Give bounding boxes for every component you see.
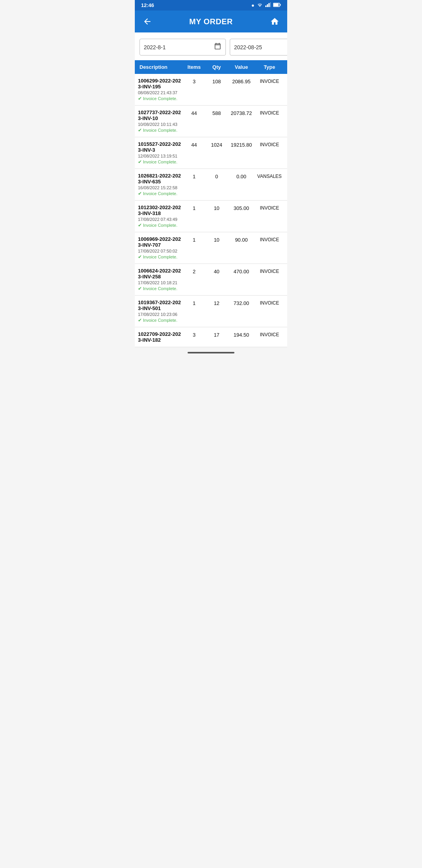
order-items: 1 bbox=[183, 173, 206, 179]
bottom-indicator bbox=[188, 352, 234, 353]
order-status: ✔Invoice Complete. bbox=[138, 191, 181, 196]
checkmark-icon: ✔ bbox=[138, 317, 142, 323]
wifi-icon bbox=[257, 2, 263, 8]
order-id: 1006969-2022-2023-INV-707 bbox=[138, 236, 181, 248]
order-status: ✔Invoice Complete. bbox=[138, 127, 181, 133]
order-items: 1 bbox=[183, 236, 206, 243]
battery-icon bbox=[273, 2, 281, 8]
checkmark-icon: ✔ bbox=[138, 254, 142, 260]
order-type: INVOICE bbox=[255, 204, 284, 211]
start-date-wrap[interactable] bbox=[139, 39, 226, 56]
order-items: 2 bbox=[183, 268, 206, 274]
order-items: 3 bbox=[183, 331, 206, 338]
order-qty: 0 bbox=[206, 173, 228, 179]
order-id: 1022709-2022-2023-INV-182 bbox=[138, 331, 181, 343]
order-value: 2086.95 bbox=[228, 78, 255, 84]
table-header: Description Items Qty Value Type bbox=[135, 60, 287, 74]
svg-rect-3 bbox=[270, 2, 271, 7]
order-items: 44 bbox=[183, 109, 206, 116]
order-id: 1006299-2022-2023-INV-195 bbox=[138, 78, 181, 90]
order-value: 19215.80 bbox=[228, 141, 255, 148]
table-row[interactable]: 1006299-2022-2023-INV-195 08/08/2022 21:… bbox=[135, 74, 287, 106]
order-qty: 40 bbox=[206, 268, 228, 274]
order-date: 17/08/2022 10:18:21 bbox=[138, 280, 181, 285]
header-value: Value bbox=[228, 64, 255, 70]
order-date: 17/08/2022 10:23:06 bbox=[138, 312, 181, 317]
checkmark-icon: ✔ bbox=[138, 96, 142, 101]
header-items: Items bbox=[183, 64, 206, 70]
order-qty: 108 bbox=[206, 78, 228, 84]
order-type: INVOICE bbox=[255, 141, 284, 147]
home-button[interactable] bbox=[268, 15, 281, 28]
header-qty: Qty bbox=[206, 64, 228, 70]
order-date: 12/08/2022 13:19:51 bbox=[138, 154, 181, 158]
checkmark-icon: ✔ bbox=[138, 191, 142, 196]
order-items: 3 bbox=[183, 78, 206, 84]
order-date: 08/08/2022 21:43:37 bbox=[138, 90, 181, 95]
back-button[interactable] bbox=[141, 15, 154, 28]
order-id: 1026821-2022-2023-INV-635 bbox=[138, 173, 181, 185]
order-items: 44 bbox=[183, 141, 206, 148]
order-desc-cell: 1006624-2022-2023-INV-258 17/08/2022 10:… bbox=[138, 268, 183, 291]
order-desc-cell: 1015527-2022-2023-INV-3 12/08/2022 13:19… bbox=[138, 141, 183, 165]
svg-rect-1 bbox=[267, 4, 268, 7]
checkmark-icon: ✔ bbox=[138, 222, 142, 228]
order-qty: 12 bbox=[206, 299, 228, 306]
order-desc-cell: 1019367-2022-2023-INV-501 17/08/2022 10:… bbox=[138, 299, 183, 323]
order-desc-cell: 1006299-2022-2023-INV-195 08/08/2022 21:… bbox=[138, 78, 183, 101]
order-value: 305.00 bbox=[228, 204, 255, 211]
header-description: Description bbox=[138, 64, 183, 70]
order-id: 1019367-2022-2023-INV-501 bbox=[138, 299, 181, 311]
page-title: MY ORDER bbox=[154, 17, 268, 26]
order-value: 90.00 bbox=[228, 236, 255, 243]
start-date-input[interactable] bbox=[144, 44, 212, 50]
checkmark-icon: ✔ bbox=[138, 286, 142, 291]
svg-rect-6 bbox=[280, 4, 281, 6]
order-qty: 17 bbox=[206, 331, 228, 338]
order-qty: 1024 bbox=[206, 141, 228, 148]
table-row[interactable]: 1022709-2022-2023-INV-182 3 17 194.50 IN… bbox=[135, 327, 287, 347]
signal-icon bbox=[265, 2, 271, 8]
end-date-input[interactable] bbox=[234, 44, 287, 50]
order-date: 17/08/2022 07:43:49 bbox=[138, 217, 181, 222]
order-type: INVOICE bbox=[255, 268, 284, 274]
table-row[interactable]: 1006624-2022-2023-INV-258 17/08/2022 10:… bbox=[135, 264, 287, 296]
order-qty: 10 bbox=[206, 204, 228, 211]
order-status: ✔Invoice Complete. bbox=[138, 254, 181, 260]
order-value: 732.00 bbox=[228, 299, 255, 306]
order-value: 470.00 bbox=[228, 268, 255, 274]
order-date: 17/08/2022 07:50:02 bbox=[138, 249, 181, 253]
svg-rect-2 bbox=[268, 3, 270, 7]
order-desc-cell: 1022709-2022-2023-INV-182 bbox=[138, 331, 183, 343]
order-id: 1006624-2022-2023-INV-258 bbox=[138, 268, 181, 280]
date-filter-row bbox=[135, 32, 287, 60]
table-row[interactable]: 1006969-2022-2023-INV-707 17/08/2022 07:… bbox=[135, 232, 287, 264]
order-type: INVOICE bbox=[255, 78, 284, 84]
order-status: ✔Invoice Complete. bbox=[138, 286, 181, 291]
table-row[interactable]: 1027737-2022-2023-INV-10 10/08/2022 10:1… bbox=[135, 106, 287, 137]
order-id: 1027737-2022-2023-INV-10 bbox=[138, 109, 181, 121]
status-bar: 12:46 ● bbox=[135, 0, 287, 11]
checkmark-icon: ✔ bbox=[138, 159, 142, 165]
table-row[interactable]: 1026821-2022-2023-INV-635 16/08/2022 15:… bbox=[135, 169, 287, 201]
table-row[interactable]: 1019367-2022-2023-INV-501 17/08/2022 10:… bbox=[135, 296, 287, 327]
order-value: 20738.72 bbox=[228, 109, 255, 116]
order-type: INVOICE bbox=[255, 109, 284, 116]
svg-rect-5 bbox=[274, 4, 279, 6]
order-desc-cell: 1026821-2022-2023-INV-635 16/08/2022 15:… bbox=[138, 173, 183, 196]
order-qty: 10 bbox=[206, 236, 228, 243]
order-desc-cell: 1027737-2022-2023-INV-10 10/08/2022 10:1… bbox=[138, 109, 183, 133]
order-value: 0.00 bbox=[228, 173, 255, 179]
app-bar: MY ORDER bbox=[135, 11, 287, 32]
orders-list: 1006299-2022-2023-INV-195 08/08/2022 21:… bbox=[135, 74, 287, 347]
order-status: ✔Invoice Complete. bbox=[138, 96, 181, 101]
end-date-wrap[interactable] bbox=[230, 39, 287, 56]
order-status: ✔Invoice Complete. bbox=[138, 222, 181, 228]
table-row[interactable]: 1012302-2022-2023-INV-318 17/08/2022 07:… bbox=[135, 201, 287, 232]
order-items: 1 bbox=[183, 299, 206, 306]
order-id: 1015527-2022-2023-INV-3 bbox=[138, 141, 181, 153]
order-desc-cell: 1006969-2022-2023-INV-707 17/08/2022 07:… bbox=[138, 236, 183, 260]
start-calendar-icon[interactable] bbox=[214, 42, 222, 52]
order-id: 1012302-2022-2023-INV-318 bbox=[138, 204, 181, 216]
table-row[interactable]: 1015527-2022-2023-INV-3 12/08/2022 13:19… bbox=[135, 137, 287, 169]
